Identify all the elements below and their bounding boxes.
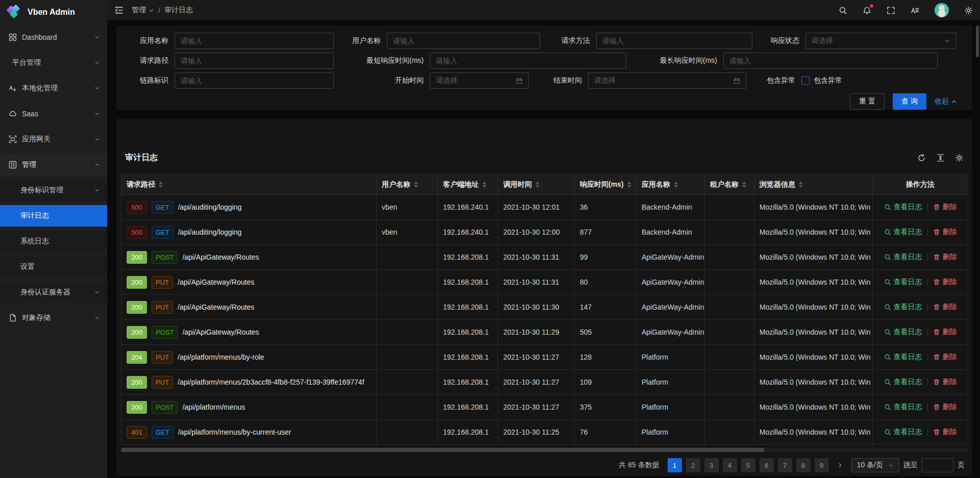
view-log-button[interactable]: 查看日志	[884, 303, 922, 312]
app-name-input[interactable]	[175, 33, 334, 49]
menu-fold-icon[interactable]	[114, 6, 124, 15]
delete-button[interactable]: 删除	[933, 303, 957, 312]
sidebar-item-5[interactable]: 应用网关	[0, 129, 107, 150]
view-log-button[interactable]: 查看日志	[884, 378, 922, 387]
view-log-button[interactable]: 查看日志	[884, 253, 922, 262]
column-header-4[interactable]: 调用时间	[498, 174, 575, 195]
view-log-button[interactable]: 查看日志	[884, 402, 922, 412]
page-button-1[interactable]: 1	[668, 458, 682, 472]
logo-row[interactable]: Vben Admin	[0, 0, 107, 24]
sidebar-item-3[interactable]: 本地化管理	[0, 78, 107, 99]
search-icon[interactable]	[839, 6, 847, 15]
trace-id-input[interactable]	[175, 72, 334, 89]
refresh-icon[interactable]	[917, 154, 926, 162]
sort-icon[interactable]	[674, 182, 678, 188]
max-response-time-input[interactable]	[723, 53, 938, 69]
sidebar-item-9[interactable]: 系统日志	[0, 231, 107, 252]
view-log-button[interactable]: 查看日志	[884, 278, 922, 287]
delete-button[interactable]: 删除	[933, 228, 957, 237]
sort-icon[interactable]	[482, 182, 486, 188]
sidebar-item-2[interactable]: 平台管理	[0, 52, 107, 73]
view-log-button[interactable]: 查看日志	[884, 427, 922, 437]
delete-button[interactable]: 删除	[933, 278, 957, 287]
action-divider	[927, 304, 928, 311]
next-page-button[interactable]	[833, 458, 847, 472]
trash-icon	[933, 404, 940, 411]
page-button-3[interactable]: 3	[704, 458, 719, 472]
sidebar-item-1[interactable]: Dashboard	[0, 27, 107, 48]
sidebar-item-4[interactable]: Saas	[0, 103, 107, 124]
sidebar-item-11[interactable]: 身份认证服务器	[0, 282, 107, 303]
page-size-select[interactable]: 10 条/页	[851, 458, 899, 472]
sort-icon[interactable]	[799, 182, 803, 188]
cell-browser: Mozilla/5.0 (Windows NT 10.0; Win	[754, 195, 873, 220]
delete-button[interactable]: 删除	[933, 402, 957, 412]
scrollbar-thumb[interactable]	[121, 448, 765, 452]
view-log-button[interactable]: 查看日志	[884, 203, 922, 212]
magnifier-icon	[884, 354, 891, 361]
collapse-link[interactable]: 收起	[935, 97, 957, 106]
page-button-8[interactable]: 8	[796, 458, 811, 472]
page-button-4[interactable]: 4	[723, 458, 737, 472]
row-height-icon[interactable]	[936, 154, 945, 162]
field-label: 包含异常	[767, 76, 795, 85]
user-name-input[interactable]	[387, 33, 540, 49]
view-log-button[interactable]: 查看日志	[884, 328, 922, 337]
avatar[interactable]	[935, 3, 949, 17]
delete-button[interactable]: 删除	[933, 353, 957, 362]
translate-icon[interactable]	[911, 6, 919, 15]
page-button-7[interactable]: 7	[778, 458, 792, 472]
fullscreen-icon[interactable]	[887, 6, 895, 15]
search-button[interactable]: 查 询	[893, 93, 926, 110]
column-header-1[interactable]: 请求路径	[121, 174, 377, 195]
page-button-5[interactable]: 5	[741, 458, 755, 472]
page-button-2[interactable]: 2	[686, 458, 700, 472]
request-method-input[interactable]	[596, 33, 752, 49]
delete-button[interactable]: 删除	[933, 427, 957, 437]
jump-page-input[interactable]	[922, 458, 953, 472]
request-path-input[interactable]	[175, 53, 334, 69]
delete-button[interactable]: 删除	[933, 378, 957, 387]
sort-icon[interactable]	[159, 182, 163, 188]
response-status-select[interactable]: 请选择	[805, 33, 957, 49]
column-header-5[interactable]: 响应时间(ms)	[575, 174, 636, 195]
gear-icon[interactable]	[964, 6, 973, 15]
method-badge: PUT	[152, 276, 173, 289]
sort-icon[interactable]	[742, 182, 746, 188]
include-exception-checkbox[interactable]	[801, 77, 810, 85]
sidebar-item-6[interactable]: 管理	[0, 154, 107, 175]
start-time-picker[interactable]: 请选择	[430, 72, 529, 89]
column-header-3[interactable]: 客户端地址	[438, 174, 498, 195]
breadcrumb-root-label: 管理	[132, 6, 146, 15]
reset-button[interactable]: 重 置	[850, 93, 885, 110]
end-time-picker[interactable]: 请选择	[588, 72, 746, 89]
cell-request-path: 500GET/api/auditing/logging	[121, 195, 377, 220]
delete-button[interactable]: 删除	[933, 253, 957, 262]
sidebar-item-8[interactable]: 审计日志	[0, 205, 107, 227]
sidebar-item-7[interactable]: 身份标识管理	[0, 180, 107, 201]
field-include-exception: 包含异常 包含异常	[767, 76, 842, 85]
sidebar-item-12[interactable]: 对象存储	[0, 307, 107, 329]
view-log-button[interactable]: 查看日志	[884, 228, 922, 237]
delete-button[interactable]: 删除	[933, 328, 957, 337]
sort-icon[interactable]	[535, 182, 540, 188]
column-header-2[interactable]: 用户名称	[377, 174, 438, 195]
delete-button[interactable]: 删除	[933, 203, 957, 212]
table-row: 200PUT/api/platform/menus/2b3accf8-4fb8-…	[121, 370, 968, 395]
cell-call-time: 2021-10-30 12:01	[498, 195, 575, 220]
page-scrollbar[interactable]	[976, 26, 979, 57]
page-button-6[interactable]: 6	[760, 458, 774, 472]
column-settings-icon[interactable]	[955, 154, 964, 162]
column-header-6[interactable]: 应用名称	[636, 174, 705, 195]
page-button-9[interactable]: 9	[815, 458, 829, 472]
bell-icon[interactable]	[863, 6, 871, 15]
sort-icon[interactable]	[414, 182, 418, 188]
view-log-button[interactable]: 查看日志	[884, 353, 922, 362]
sort-icon[interactable]	[627, 182, 631, 188]
horizontal-scrollbar[interactable]	[121, 448, 968, 452]
column-header-7[interactable]: 租户名称	[705, 174, 754, 195]
breadcrumb-root[interactable]: 管理	[132, 6, 154, 15]
column-header-8[interactable]: 浏览器信息	[754, 174, 873, 195]
sidebar-item-10[interactable]: 设置	[0, 256, 107, 278]
min-response-time-input[interactable]	[430, 53, 626, 69]
